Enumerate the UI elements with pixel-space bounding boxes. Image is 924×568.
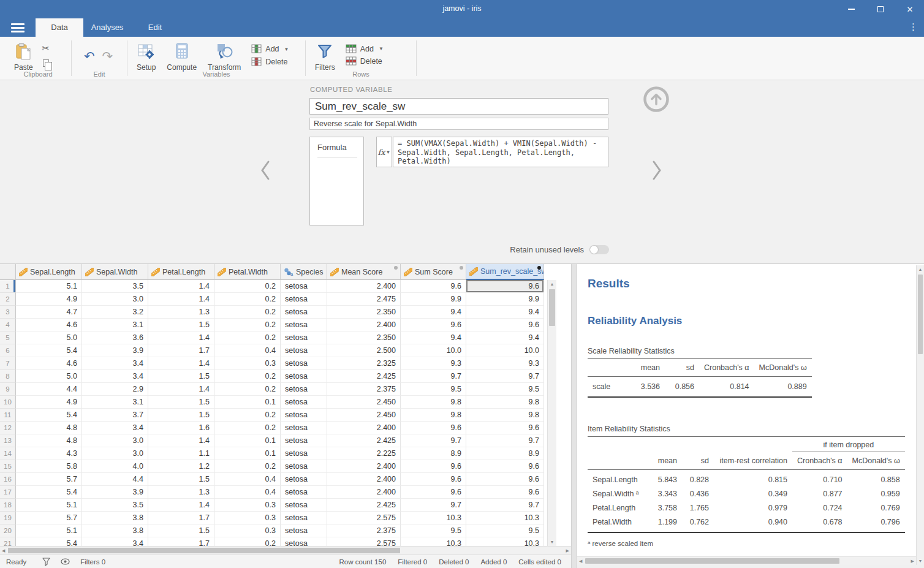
cell[interactable]: 9.6 bbox=[401, 486, 466, 499]
formula-tab[interactable]: Formula bbox=[310, 137, 363, 162]
scrollbar-thumb[interactable] bbox=[8, 548, 400, 553]
cell[interactable]: 1.1 bbox=[148, 447, 214, 460]
cell[interactable]: 2.425 bbox=[327, 499, 401, 512]
column-header-mean-score[interactable]: Mean Score bbox=[327, 264, 401, 280]
cell[interactable]: 9.6 bbox=[401, 422, 466, 434]
cell[interactable]: 1.5 bbox=[148, 396, 214, 409]
cell[interactable]: 1.4 bbox=[148, 357, 214, 370]
cell[interactable]: 9.7 bbox=[466, 434, 544, 447]
cell[interactable]: 9.5 bbox=[466, 524, 544, 537]
cell[interactable]: setosa bbox=[281, 447, 327, 460]
cell[interactable]: 4.6 bbox=[16, 319, 82, 331]
cell[interactable]: 2.450 bbox=[327, 396, 401, 409]
cell[interactable]: setosa bbox=[281, 422, 327, 434]
scrollbar-thumb[interactable] bbox=[918, 275, 923, 354]
cell[interactable]: 9.8 bbox=[401, 396, 466, 409]
formula-input[interactable]: = SUM(VMAX(Sepal.Width) + VMIN(Sepal.Wid… bbox=[393, 137, 608, 167]
cell[interactable]: 9.7 bbox=[401, 434, 466, 447]
cell[interactable]: 9.5 bbox=[466, 383, 544, 396]
cell[interactable]: 0.2 bbox=[214, 306, 281, 319]
row-number[interactable]: 10 bbox=[0, 396, 16, 409]
row-number[interactable]: 8 bbox=[0, 370, 16, 383]
cell[interactable]: 1.7 bbox=[148, 512, 214, 524]
cell[interactable]: 2.575 bbox=[327, 512, 401, 524]
scroll-down-icon[interactable]: ▼ bbox=[548, 540, 556, 544]
row-number[interactable]: 14 bbox=[0, 447, 16, 460]
collapse-editor-button[interactable] bbox=[642, 85, 670, 113]
cell[interactable]: 2.375 bbox=[327, 383, 401, 396]
cell[interactable]: 3.4 bbox=[82, 537, 148, 546]
cell[interactable]: 1.3 bbox=[148, 486, 214, 499]
cell[interactable]: 3.5 bbox=[82, 499, 148, 512]
cell[interactable]: 9.6 bbox=[466, 319, 544, 331]
cell[interactable]: 0.3 bbox=[214, 499, 281, 512]
cell[interactable]: 3.2 bbox=[82, 306, 148, 319]
cell[interactable]: 1.3 bbox=[148, 306, 214, 319]
cell[interactable]: 2.350 bbox=[327, 306, 401, 319]
cell[interactable]: 9.9 bbox=[401, 293, 466, 306]
cell[interactable]: 0.2 bbox=[214, 460, 281, 473]
scroll-right-icon[interactable]: ▶ bbox=[566, 547, 569, 555]
cell[interactable]: 3.4 bbox=[82, 370, 148, 383]
cell[interactable]: 2.400 bbox=[327, 486, 401, 499]
cell[interactable]: 1.7 bbox=[148, 344, 214, 357]
cell[interactable]: 5.4 bbox=[16, 486, 82, 499]
delete-row-button[interactable]: Delete bbox=[346, 56, 384, 66]
row-number[interactable]: 6 bbox=[0, 344, 16, 357]
spreadsheet-horizontal-scrollbar[interactable]: ◀ ▶ bbox=[0, 546, 571, 555]
cell[interactable]: 0.3 bbox=[214, 524, 281, 537]
cell[interactable]: 5.0 bbox=[16, 331, 82, 344]
cell[interactable]: 2.400 bbox=[327, 460, 401, 473]
setup-button[interactable]: Setup bbox=[131, 41, 161, 72]
row-number[interactable]: 16 bbox=[0, 473, 16, 486]
cell[interactable]: 5.7 bbox=[16, 512, 82, 524]
delete-variable-button[interactable]: Delete bbox=[251, 57, 289, 67]
cell[interactable]: 2.325 bbox=[327, 357, 401, 370]
cell[interactable]: 0.2 bbox=[214, 331, 281, 344]
cell[interactable]: 0.1 bbox=[214, 434, 281, 447]
cell[interactable]: 2.400 bbox=[327, 473, 401, 486]
cell[interactable]: 3.9 bbox=[82, 344, 148, 357]
copy-button[interactable] bbox=[40, 58, 52, 69]
next-variable-button[interactable] bbox=[651, 160, 662, 181]
cell[interactable]: 2.9 bbox=[82, 383, 148, 396]
column-header-petal-length[interactable]: Petal.Length bbox=[148, 264, 214, 280]
cell[interactable]: 9.8 bbox=[466, 409, 544, 422]
cell[interactable]: 1.5 bbox=[148, 473, 214, 486]
cell[interactable]: 1.4 bbox=[148, 331, 214, 344]
cell[interactable]: 4.8 bbox=[16, 434, 82, 447]
row-number[interactable]: 2 bbox=[0, 293, 16, 306]
tab-data[interactable]: Data bbox=[36, 18, 83, 37]
row-number[interactable]: 19 bbox=[0, 512, 16, 524]
cell[interactable]: 0.2 bbox=[214, 293, 281, 306]
cell[interactable]: 9.4 bbox=[401, 306, 466, 319]
row-number[interactable]: 21 bbox=[0, 537, 16, 546]
cell[interactable]: setosa bbox=[281, 331, 327, 344]
cell[interactable]: 9.7 bbox=[401, 370, 466, 383]
cell[interactable]: 3.8 bbox=[82, 512, 148, 524]
maximize-button[interactable] bbox=[875, 4, 886, 15]
cell[interactable]: 3.8 bbox=[82, 524, 148, 537]
row-number[interactable]: 12 bbox=[0, 422, 16, 434]
cell[interactable]: 3.0 bbox=[82, 293, 148, 306]
cell[interactable]: 3.4 bbox=[82, 422, 148, 434]
selected-cell[interactable]: 9.6 bbox=[466, 280, 544, 293]
cell[interactable]: 4.9 bbox=[16, 293, 82, 306]
scroll-up-icon[interactable]: ▲ bbox=[548, 282, 556, 286]
column-header-sum-rev-scale-sw[interactable]: Sum_rev_scale_sw bbox=[466, 264, 544, 280]
cell[interactable]: 9.6 bbox=[401, 473, 466, 486]
row-number[interactable]: 9 bbox=[0, 383, 16, 396]
cell[interactable]: 9.5 bbox=[401, 524, 466, 537]
cell[interactable]: 10.0 bbox=[466, 344, 544, 357]
row-number[interactable]: 11 bbox=[0, 409, 16, 422]
cell[interactable]: 4.6 bbox=[16, 357, 82, 370]
cell[interactable]: 5.4 bbox=[16, 409, 82, 422]
cell[interactable]: 9.6 bbox=[401, 460, 466, 473]
cell[interactable]: 1.2 bbox=[148, 460, 214, 473]
cell[interactable]: 0.2 bbox=[214, 280, 281, 293]
cell[interactable]: 0.2 bbox=[214, 409, 281, 422]
cell[interactable]: 10.3 bbox=[401, 537, 466, 546]
cell[interactable]: 4.7 bbox=[16, 306, 82, 319]
cell[interactable]: 0.2 bbox=[214, 319, 281, 331]
hamburger-menu-icon[interactable] bbox=[11, 23, 25, 32]
